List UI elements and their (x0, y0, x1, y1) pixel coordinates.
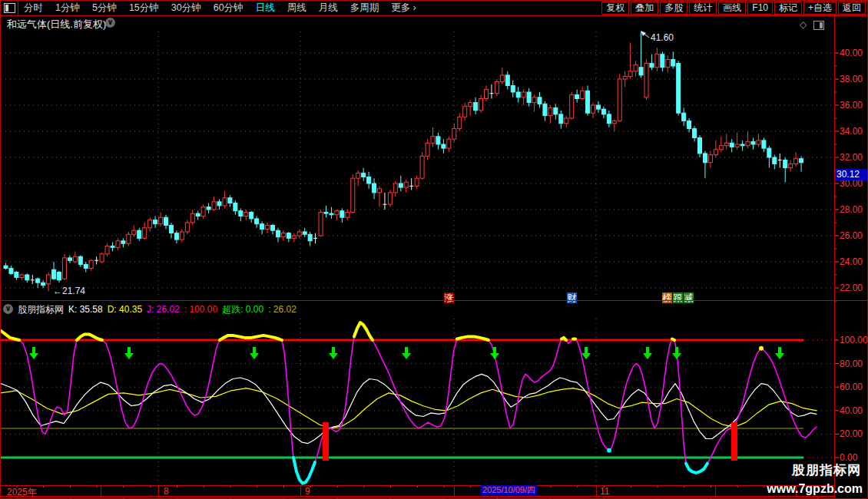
candle-down (800, 159, 803, 163)
candle-up (73, 256, 77, 262)
indicator-value: : 100.00 (184, 304, 217, 315)
candle-up (356, 173, 360, 178)
price-axis-label: 26.00 (840, 230, 863, 241)
candle-up (708, 155, 712, 163)
candlestick-and-indicator-canvas[interactable] (1, 1, 868, 499)
j-overbought-segment (1, 331, 19, 340)
j-overbought-segment (354, 322, 373, 340)
candle-up (479, 99, 483, 111)
candle-down (154, 220, 157, 224)
sell-signal-arrow (775, 347, 784, 359)
candle-down (41, 283, 45, 285)
date-label: 11 (600, 486, 609, 497)
candle-up (644, 64, 648, 97)
candle-down (559, 114, 563, 124)
oversold-signal-bar (323, 422, 329, 461)
sell-signal-arrow (29, 347, 38, 359)
selected-date-box: 2025/10/09/四 (481, 485, 537, 495)
candle-up (469, 103, 472, 107)
candle-up (292, 236, 296, 238)
candle-up (62, 258, 66, 279)
indicator-axis-label: 60.00 (840, 382, 863, 392)
candle-down (767, 148, 771, 157)
candle-down (111, 246, 114, 248)
candle-down (527, 92, 531, 103)
candle-down (399, 183, 403, 187)
candle-down (671, 60, 675, 67)
candle-down (84, 264, 88, 268)
candle-up (244, 212, 248, 216)
date-divider (101, 485, 101, 496)
indicator-value: 股朋指标网 (18, 304, 64, 315)
indicator-dot (607, 448, 611, 453)
candle-up (719, 146, 723, 150)
candle-down (639, 68, 643, 75)
candle-down (538, 97, 542, 104)
candle-up (89, 260, 93, 268)
low-annotation: ←21.74 (53, 286, 85, 296)
indicator-header: ∨ 股朋指标网K: 35.58D: 40.35J: 26.02: 100.00超… (1, 302, 834, 316)
candle-down (303, 232, 306, 234)
date-axis-bottom-border (1, 496, 834, 497)
candle-down (25, 275, 29, 280)
price-axis-label: 34.00 (840, 126, 863, 137)
candle-up (794, 159, 798, 164)
j-overbought-segment (672, 339, 674, 341)
axis-divider (834, 16, 835, 499)
candle-up (789, 164, 793, 168)
indicator-axis-label: 80.00 (840, 359, 863, 369)
candle-down (228, 198, 232, 203)
candle-up (591, 105, 595, 113)
candle-up (452, 129, 456, 140)
indicator-axis-label: 100.00 (840, 335, 868, 345)
candle-down (340, 211, 344, 218)
sell-signal-arrow (672, 347, 681, 359)
candle-down (516, 92, 520, 97)
candle-down (255, 219, 259, 224)
date-label: 8 (164, 486, 169, 497)
j-line (1, 322, 817, 484)
candle-down (137, 230, 141, 238)
candle-down (543, 104, 547, 115)
high-annotation: 41.60 (651, 32, 674, 43)
candle-up (143, 228, 147, 239)
candle-up (634, 64, 638, 71)
candle-up (393, 183, 397, 193)
candle-down (436, 137, 440, 144)
date-axis-top-border (1, 485, 834, 486)
candle-down (505, 75, 509, 86)
candle-down (661, 55, 664, 68)
candle-down (9, 269, 13, 274)
candle-down (677, 64, 681, 114)
indicator-value: J: 26.02 (147, 304, 180, 315)
candle-down (260, 224, 264, 230)
candle-up (548, 107, 552, 115)
candle-up (655, 55, 659, 68)
price-axis-label: 40.00 (840, 48, 863, 58)
candle-down (15, 273, 18, 278)
candle-down (239, 211, 243, 216)
candle-up (116, 241, 120, 248)
candle-down (367, 177, 371, 184)
date-label: 9 (305, 486, 310, 497)
sell-signal-arrow (402, 347, 411, 359)
oversold-signal-bar (731, 422, 737, 461)
date-divider (158, 485, 159, 496)
candle-down (703, 154, 707, 163)
candle-up (148, 220, 152, 228)
watermark-url: www.7gpzb.com (767, 482, 863, 496)
candle-up (190, 213, 194, 223)
candle-up (266, 225, 270, 229)
candle-up (223, 198, 227, 206)
candle-up (714, 150, 717, 155)
candle-down (784, 160, 787, 167)
panel-separator[interactable] (1, 300, 868, 301)
candle-up (500, 75, 504, 82)
candle-up (20, 275, 24, 277)
collapse-indicator-icon[interactable]: ∨ (3, 304, 13, 314)
j-oversold-segment (293, 458, 315, 484)
candle-down (682, 113, 686, 121)
sell-signal-arrow (581, 347, 591, 359)
candle-down (740, 144, 744, 146)
candle-down (169, 225, 173, 233)
